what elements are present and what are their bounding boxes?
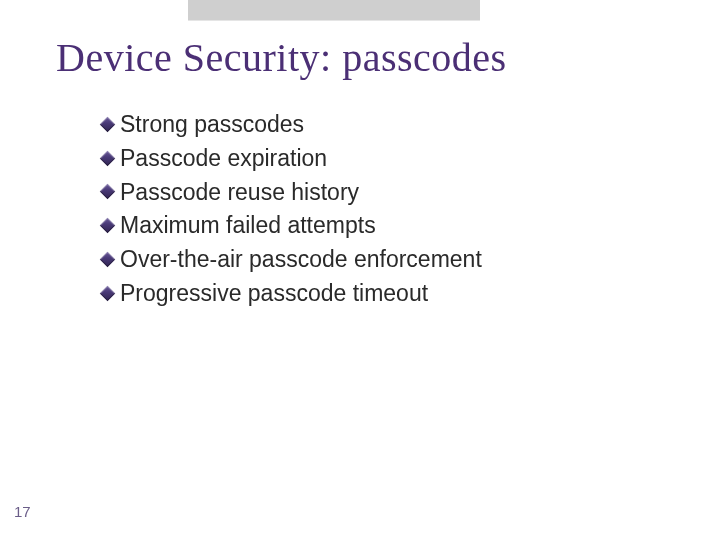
diamond-bullet-icon xyxy=(100,218,116,234)
background-grid-left xyxy=(0,24,56,540)
slide: Device Security: passcodes Strong passco… xyxy=(0,0,720,540)
list-item: Over-the-air passcode enforcement xyxy=(102,245,680,274)
bullet-text: Passcode expiration xyxy=(120,144,327,173)
page-number: 17 xyxy=(14,503,31,520)
list-item: Passcode reuse history xyxy=(102,178,680,207)
bullet-text: Strong passcodes xyxy=(120,110,304,139)
diamond-bullet-icon xyxy=(100,252,116,268)
bullet-text: Progressive passcode timeout xyxy=(120,279,428,308)
diamond-bullet-icon xyxy=(100,184,116,200)
diamond-bullet-icon xyxy=(100,117,116,133)
bullet-text: Over-the-air passcode enforcement xyxy=(120,245,482,274)
diamond-bullet-icon xyxy=(100,285,116,301)
diamond-bullet-icon xyxy=(100,150,116,166)
bullet-text: Maximum failed attempts xyxy=(120,211,376,240)
decorative-top-bar xyxy=(188,0,480,20)
slide-title: Device Security: passcodes xyxy=(56,34,507,81)
list-item: Progressive passcode timeout xyxy=(102,279,680,308)
background-grid-bottom xyxy=(56,340,720,540)
bullet-text: Passcode reuse history xyxy=(120,178,359,207)
list-item: Strong passcodes xyxy=(102,110,680,139)
list-item: Maximum failed attempts xyxy=(102,211,680,240)
bullet-list: Strong passcodes Passcode expiration Pas… xyxy=(102,110,680,313)
list-item: Passcode expiration xyxy=(102,144,680,173)
